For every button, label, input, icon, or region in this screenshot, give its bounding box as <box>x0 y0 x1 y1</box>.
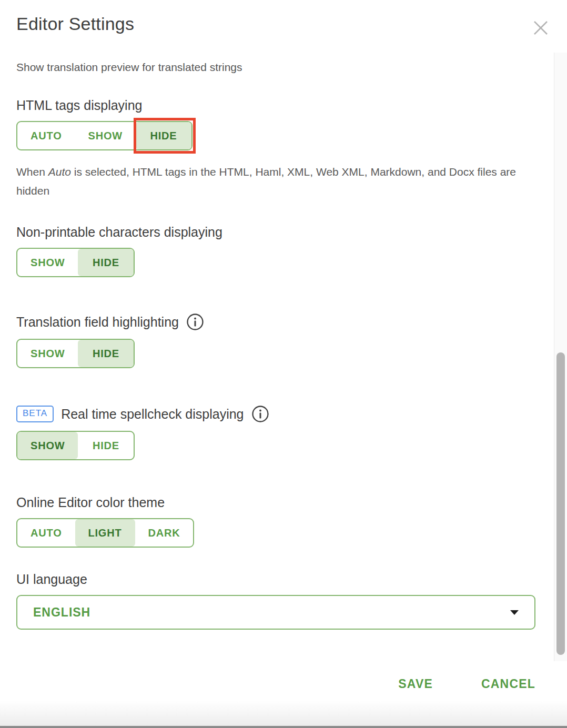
spellcheck-hide-button[interactable]: HIDE <box>78 432 134 459</box>
spellcheck-label: Real time spellcheck displaying <box>61 407 244 422</box>
dialog-footer: SAVE CANCEL <box>0 661 567 728</box>
red-highlight-box <box>134 118 196 154</box>
html-tags-hide-button[interactable]: HIDE <box>136 122 191 149</box>
theme-dark-button[interactable]: DARK <box>135 519 194 547</box>
dialog-bottom-edge <box>0 701 567 728</box>
spellcheck-show-button[interactable]: SHOW <box>17 432 78 459</box>
dialog-title: Editor Settings <box>16 14 134 34</box>
field-highlighting-button-group: SHOW HIDE <box>16 339 135 368</box>
html-tags-show-button[interactable]: SHOW <box>75 122 136 149</box>
field-highlighting-hide-button[interactable]: HIDE <box>78 340 134 367</box>
info-icon[interactable] <box>251 405 269 423</box>
non-printable-label: Non-printable characters displaying <box>16 225 538 240</box>
field-highlighting-label-row: Translation field highlighting <box>16 313 538 331</box>
close-icon <box>532 31 550 38</box>
scrollbar-thumb[interactable] <box>556 352 565 655</box>
settings-scroll-area: Show translation preview for translated … <box>0 53 554 661</box>
save-button[interactable]: SAVE <box>398 677 433 691</box>
html-tags-description: When Auto is selected, HTML tags in the … <box>16 163 532 200</box>
html-tags-button-group: AUTO SHOW HIDE <box>16 121 193 150</box>
scrollbar-track[interactable] <box>554 53 567 661</box>
spellcheck-button-group: SHOW HIDE <box>16 431 135 460</box>
html-tags-label: HTML tags displaying <box>16 98 538 113</box>
info-icon[interactable] <box>186 313 204 331</box>
non-printable-hide-button[interactable]: HIDE <box>78 249 134 276</box>
dialog-header: Editor Settings <box>0 0 567 53</box>
color-theme-label: Online Editor color theme <box>16 495 538 510</box>
color-theme-button-group: AUTO LIGHT DARK <box>16 518 194 548</box>
non-printable-button-group: SHOW HIDE <box>16 248 135 277</box>
field-highlighting-label: Translation field highlighting <box>16 315 179 330</box>
cancel-button[interactable]: CANCEL <box>481 677 535 691</box>
html-tags-auto-button[interactable]: AUTO <box>17 122 75 149</box>
field-highlighting-show-button[interactable]: SHOW <box>17 340 78 367</box>
ui-language-label: UI language <box>16 572 538 587</box>
close-button[interactable] <box>532 19 550 37</box>
spellcheck-label-row: BETA Real time spellcheck displaying <box>16 405 538 423</box>
translation-preview-label: Show translation preview for translated … <box>16 61 538 74</box>
theme-light-button[interactable]: LIGHT <box>75 519 135 547</box>
beta-badge: BETA <box>16 406 54 422</box>
ui-language-value: ENGLISH <box>33 605 510 620</box>
ui-language-select[interactable]: ENGLISH <box>16 595 535 630</box>
non-printable-show-button[interactable]: SHOW <box>17 249 78 276</box>
theme-auto-button[interactable]: AUTO <box>17 519 75 547</box>
chevron-down-icon <box>510 610 519 615</box>
